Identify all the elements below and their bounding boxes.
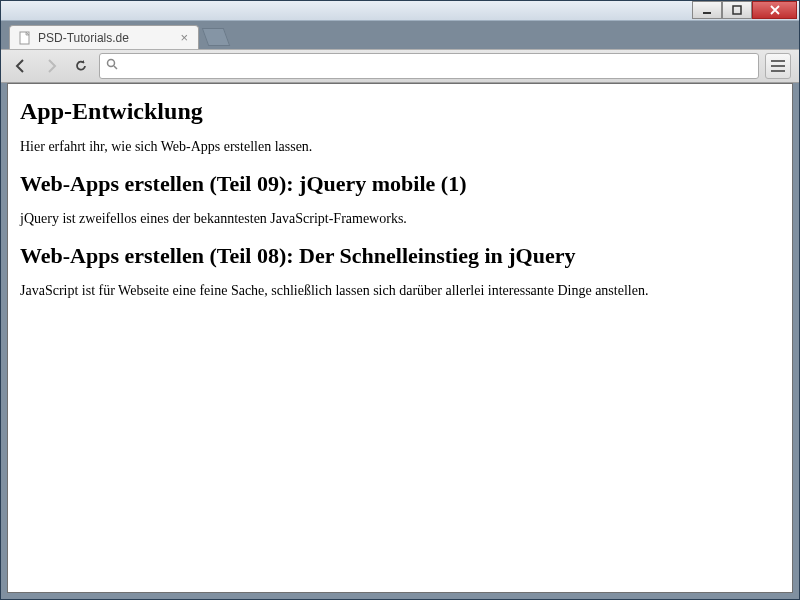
tab-bar: PSD-Tutorials.de × xyxy=(1,21,799,49)
browser-window: PSD-Tutorials.de × App-Entwicklung xyxy=(0,0,800,600)
new-tab-button[interactable] xyxy=(202,28,231,46)
close-button[interactable] xyxy=(752,1,797,19)
maximize-button[interactable] xyxy=(722,1,752,19)
address-bar[interactable] xyxy=(99,53,759,79)
minimize-button[interactable] xyxy=(692,1,722,19)
hamburger-icon xyxy=(771,60,785,72)
back-button[interactable] xyxy=(9,54,33,78)
url-input[interactable] xyxy=(125,59,752,74)
article-heading: Web-Apps erstellen (Teil 08): Der Schnel… xyxy=(20,243,780,269)
window-titlebar xyxy=(1,1,799,21)
browser-tab[interactable]: PSD-Tutorials.de × xyxy=(9,25,199,49)
page-intro: Hier erfahrt ihr, wie sich Web-Apps erst… xyxy=(20,139,780,155)
svg-rect-0 xyxy=(703,12,711,14)
page-favicon-icon xyxy=(18,31,32,45)
svg-line-4 xyxy=(114,66,117,69)
tab-close-icon[interactable]: × xyxy=(178,30,190,45)
forward-button[interactable] xyxy=(39,54,63,78)
menu-button[interactable] xyxy=(765,53,791,79)
article-heading: Web-Apps erstellen (Teil 09): jQuery mob… xyxy=(20,171,780,197)
window-controls xyxy=(692,1,797,20)
page-content: App-Entwicklung Hier erfahrt ihr, wie si… xyxy=(7,83,793,593)
tab-title: PSD-Tutorials.de xyxy=(38,31,172,45)
reload-button[interactable] xyxy=(69,54,93,78)
page-heading: App-Entwicklung xyxy=(20,98,780,125)
article-text: JavaScript ist für Webseite eine feine S… xyxy=(20,283,780,299)
article-text: jQuery ist zweifellos eines der bekannte… xyxy=(20,211,780,227)
search-icon xyxy=(106,57,119,75)
svg-rect-1 xyxy=(733,6,741,14)
svg-point-3 xyxy=(108,60,115,67)
browser-toolbar xyxy=(1,49,799,83)
content-frame: App-Entwicklung Hier erfahrt ihr, wie si… xyxy=(1,83,799,599)
